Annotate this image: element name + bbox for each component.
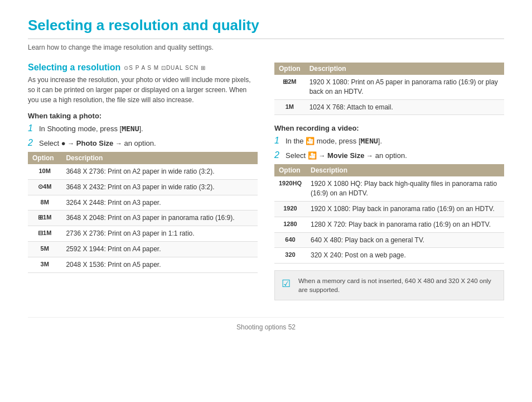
top-options-table: Option Description ⊞2M 1920 X 1080: Prin… xyxy=(274,63,504,115)
step-num-2: 2 xyxy=(28,138,36,148)
photo-options-table: Option Description 10M 3648 X 2736: Prin… xyxy=(28,152,258,273)
col-header-desc-top: Description xyxy=(305,63,504,75)
video-step-num-2: 2 xyxy=(274,150,282,160)
video-option-desc: 1920 X 1080: Play back in panorama ratio… xyxy=(306,201,504,217)
photo-option-icon: ⊞1M xyxy=(28,210,61,226)
col-header-desc: Description xyxy=(61,152,258,164)
photo-option-desc: 3264 X 2448: Print on A3 paper. xyxy=(61,195,258,210)
photo-option-desc: 2048 X 1536: Print on A5 paper. xyxy=(61,257,258,272)
video-table-row: 320 320 X 240: Post on a web page. xyxy=(274,248,504,264)
photo-table-row: ⊟1M 2736 X 2736: Print on A3 paper in 1:… xyxy=(28,226,258,242)
video-option-icon: 640 xyxy=(274,232,306,248)
video-option-desc: 1280 X 720: Play back in panorama ratio … xyxy=(306,217,504,232)
video-step-text-1: In the 🎦 mode, press [MENU]. xyxy=(286,136,382,147)
photo-option-desc: 2592 X 1944: Print on A4 paper. xyxy=(61,241,258,257)
video-option-desc: 1920 X 1080 HQ: Play back high-quality f… xyxy=(306,176,504,201)
video-step-num-1: 1 xyxy=(274,136,282,146)
section-title-text: Selecting a resolution xyxy=(28,63,120,73)
note-text: When a memory card is not inserted, 640 … xyxy=(298,276,497,294)
page-title: Selecting a resolution and quality xyxy=(28,17,504,39)
top-option-icon: 1M xyxy=(274,99,305,115)
video-table-row: 640 640 X 480: Play back on a general TV… xyxy=(274,232,504,248)
step-text-1: In Shooting mode, press [MENU]. xyxy=(39,123,143,135)
photo-table-row: 10M 3648 X 2736: Print on A2 paper in wi… xyxy=(28,164,258,179)
section-title-left: Selecting a resolution ⊙S P A S M ⊡DUAL … xyxy=(28,63,258,73)
when-photo-label: When taking a photo: xyxy=(28,112,258,120)
section-desc: As you increase the resolution, your pho… xyxy=(28,75,258,105)
photo-step-2: 2 Select ● → Photo Size → an option. xyxy=(28,138,258,149)
top-option-icon: ⊞2M xyxy=(274,75,305,99)
right-column: Option Description ⊞2M 1920 X 1080: Prin… xyxy=(274,63,504,300)
video-option-icon: 1920 xyxy=(274,201,306,217)
photo-option-icon: ⊙4M xyxy=(28,179,61,195)
footer: Shooting options 52 xyxy=(28,317,504,331)
photo-table-row: ⊙4M 3648 X 2432: Print on A3 paper in wi… xyxy=(28,179,258,195)
video-table-row: 1920 1920 X 1080: Play back in panorama … xyxy=(274,201,504,217)
photo-option-icon: 5M xyxy=(28,241,61,257)
video-option-desc: 640 X 480: Play back on a general TV. xyxy=(306,232,504,248)
video-option-icon: 1920HQ xyxy=(274,176,306,201)
video-option-icon: 320 xyxy=(274,248,306,264)
photo-option-icon: 3M xyxy=(28,257,61,272)
photo-table-row: 5M 2592 X 1944: Print on A4 paper. xyxy=(28,241,258,257)
photo-table-row: 3M 2048 X 1536: Print on A5 paper. xyxy=(28,257,258,272)
photo-step-1: 1 In Shooting mode, press [MENU]. xyxy=(28,123,258,135)
photo-table-row: ⊞1M 3648 X 2048: Print on A3 paper in pa… xyxy=(28,210,258,226)
photo-option-icon: 10M xyxy=(28,164,61,179)
video-step-text-2: Select 🎦 → Movie Size → an option. xyxy=(286,150,407,161)
photo-option-icon: ⊟1M xyxy=(28,226,61,242)
video-step-2: 2 Select 🎦 → Movie Size → an option. xyxy=(274,150,504,161)
footer-text: Shooting options 52 xyxy=(236,323,296,331)
step-text-2: Select ● → Photo Size → an option. xyxy=(39,138,156,149)
photo-option-icon: 8M xyxy=(28,195,61,210)
video-option-icon: 1280 xyxy=(274,217,306,232)
photo-option-desc: 3648 X 2736: Print on A2 paper in wide r… xyxy=(61,164,258,179)
video-options-table: Option Description 1920HQ 1920 X 1080 HQ… xyxy=(274,164,504,264)
photo-option-desc: 3648 X 2432: Print on A3 paper in wide r… xyxy=(61,179,258,195)
photo-option-desc: 3648 X 2048: Print on A3 paper in panora… xyxy=(61,210,258,226)
col-header-option: Option xyxy=(28,152,61,164)
when-video-label: When recording a video: xyxy=(274,124,504,132)
video-col-header-desc: Description xyxy=(306,164,504,176)
top-option-desc: 1024 X 768: Attach to email. xyxy=(305,99,504,115)
col-header-option-top: Option xyxy=(274,63,305,75)
top-option-desc: 1920 X 1080: Print on A5 paper in panora… xyxy=(305,75,504,99)
photo-option-desc: 2736 X 2736: Print on A3 paper in 1:1 ra… xyxy=(61,226,258,242)
photo-table-row: 8M 3264 X 2448: Print on A3 paper. xyxy=(28,195,258,210)
left-column: Selecting a resolution ⊙S P A S M ⊡DUAL … xyxy=(28,63,258,300)
video-col-header-option: Option xyxy=(274,164,306,176)
page-subtitle: Learn how to change the image resolution… xyxy=(28,44,504,51)
video-option-desc: 320 X 240: Post on a web page. xyxy=(306,248,504,264)
section-icons: ⊙S P A S M ⊡DUAL SCN ⊞ xyxy=(124,65,206,71)
video-table-row: 1920HQ 1920 X 1080 HQ: Play back high-qu… xyxy=(274,176,504,201)
top-table-row: 1M 1024 X 768: Attach to email. xyxy=(274,99,504,115)
video-table-row: 1280 1280 X 720: Play back in panorama r… xyxy=(274,217,504,232)
note-box: ☑ When a memory card is not inserted, 64… xyxy=(274,270,504,300)
video-step-1: 1 In the 🎦 mode, press [MENU]. xyxy=(274,136,504,147)
main-content: Selecting a resolution ⊙S P A S M ⊡DUAL … xyxy=(28,63,504,300)
note-icon: ☑ xyxy=(282,277,293,291)
step-num-1: 1 xyxy=(28,123,36,133)
top-table-row: ⊞2M 1920 X 1080: Print on A5 paper in pa… xyxy=(274,75,504,99)
